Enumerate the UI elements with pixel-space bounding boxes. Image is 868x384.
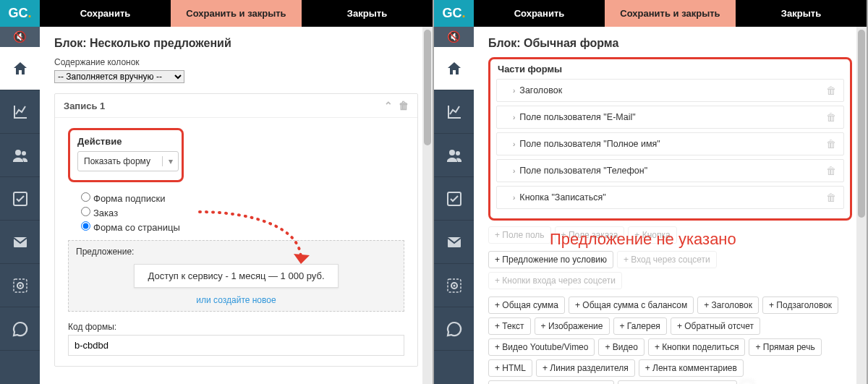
action-value: Показать форму xyxy=(78,156,162,166)
radio-from-page[interactable]: Форма со страницы xyxy=(81,221,404,233)
form-part-item[interactable]: ›Поле пользователя "Полное имя"🗑 xyxy=(496,132,844,155)
form-part-item[interactable]: ›Заголовок🗑 xyxy=(496,79,844,102)
part-label: Поле пользователя "E-Mail" xyxy=(519,112,635,122)
scroll-thumb[interactable] xyxy=(424,30,431,145)
check-icon xyxy=(446,190,463,208)
mute-row[interactable]: 🔇 xyxy=(0,27,40,47)
sidebar-item-chart[interactable] xyxy=(0,90,40,134)
add-chip[interactable]: + Предложение по условию xyxy=(488,251,613,268)
save-close-button[interactable]: Сохранить и закрыть xyxy=(171,0,302,27)
sidebar-item-chat[interactable] xyxy=(434,307,474,351)
sidebar-item-home[interactable] xyxy=(434,47,474,90)
sidebar-item-settings[interactable] xyxy=(434,264,474,307)
radio-order-label: Заказ xyxy=(93,208,118,218)
users-icon xyxy=(12,147,29,164)
add-chip[interactable]: + Вход через соцсети xyxy=(617,251,717,268)
add-chip[interactable]: + Общая сумма с балансом xyxy=(569,296,694,314)
sidebar-item-chart[interactable] xyxy=(434,90,474,134)
form-part-item[interactable]: ›Кнопка "Записаться"🗑 xyxy=(496,186,844,209)
add-chip[interactable]: + Обратный отсчет xyxy=(671,317,760,335)
add-chip[interactable]: + Изображение xyxy=(535,317,610,335)
chart-icon xyxy=(12,103,29,121)
add-chip[interactable]: + Лента комментариев - чат xyxy=(488,380,614,384)
volume-off-icon: 🔇 xyxy=(447,30,461,43)
save-button[interactable]: Сохранить xyxy=(40,0,171,27)
save-button[interactable]: Сохранить xyxy=(474,0,605,27)
sidebar-item-check[interactable] xyxy=(0,177,40,221)
add-chip[interactable]: + Видео Youtube/Vimeo xyxy=(488,338,595,356)
trash-icon[interactable]: 🗑 xyxy=(826,165,836,176)
add-chip[interactable]: + Кнопки поделиться xyxy=(648,338,746,356)
mail-icon xyxy=(446,234,463,251)
save-close-button[interactable]: Сохранить и закрыть xyxy=(605,0,736,27)
check-icon xyxy=(12,190,29,208)
sidebar-item-check[interactable] xyxy=(434,177,474,221)
trash-icon[interactable]: 🗑 xyxy=(826,138,836,150)
radio-order[interactable]: Заказ xyxy=(81,207,404,218)
sidebar-item-users[interactable] xyxy=(434,134,474,177)
mute-row[interactable]: 🔇 xyxy=(434,27,474,47)
create-new-link[interactable]: или создайте новое xyxy=(76,295,396,305)
form-part-item[interactable]: ›Поле пользователя "Телефон"🗑 xyxy=(496,159,844,182)
add-chip[interactable]: + Видео xyxy=(598,338,644,356)
add-chip[interactable]: + Комментарии ВКонтакте xyxy=(618,380,737,384)
scroll-thumb[interactable] xyxy=(858,30,865,218)
radio-subscribe[interactable]: Форма подписки xyxy=(81,192,404,204)
logo: GC. xyxy=(0,0,40,27)
record-box: Запись 1 ⌃ 🗑 Действие Показать форму ▾ xyxy=(54,93,418,367)
trash-icon[interactable]: 🗑 xyxy=(399,100,409,111)
code-input[interactable] xyxy=(68,335,404,356)
radio-order-input[interactable] xyxy=(81,207,90,216)
add-chip[interactable]: + HTML xyxy=(488,359,532,377)
add-chip[interactable]: + Галерея xyxy=(613,317,667,335)
sidebar-item-mail[interactable] xyxy=(434,221,474,264)
add-chip[interactable]: + Заголовок xyxy=(697,296,759,314)
trash-icon[interactable]: 🗑 xyxy=(826,85,836,96)
trash-icon[interactable]: 🗑 xyxy=(826,192,836,203)
topbar: Сохранить Сохранить и закрыть Закрыть xyxy=(40,0,433,27)
logo-g: G xyxy=(8,6,18,21)
add-chip[interactable]: + Лента комментариев xyxy=(639,359,744,377)
add-chip[interactable]: + Линия разделителя xyxy=(536,359,635,377)
close-button[interactable]: Закрыть xyxy=(736,0,867,27)
add-chip[interactable]: + Подзаголовок xyxy=(762,296,838,314)
sidebar-item-mail[interactable] xyxy=(0,221,40,264)
trash-icon[interactable]: 🗑 xyxy=(826,111,836,123)
record-head[interactable]: Запись 1 ⌃ 🗑 xyxy=(55,94,417,118)
fill-select[interactable]: -- Заполняется вручную -- xyxy=(54,70,184,83)
add-chip[interactable]: + Прямая речь xyxy=(749,338,821,356)
logo: GC. xyxy=(434,0,474,27)
chevron-right-icon: › xyxy=(513,140,515,148)
chevron-right-icon: › xyxy=(513,167,515,175)
sidebar-item-settings[interactable] xyxy=(0,264,40,307)
add-chip[interactable] xyxy=(741,380,754,384)
svg-point-8 xyxy=(456,151,460,155)
radio-from-page-label: Форма со страницы xyxy=(93,222,180,233)
radio-subscribe-input[interactable] xyxy=(81,192,90,202)
svg-point-1 xyxy=(22,151,26,155)
offer-value[interactable]: Доступ к сервису - 1 месяц — 1 000 руб. xyxy=(134,264,338,288)
scrollbar[interactable] xyxy=(856,27,867,384)
gear-icon xyxy=(12,277,29,294)
part-label: Заголовок xyxy=(519,85,562,95)
add-chip[interactable]: + Общая сумма xyxy=(488,296,565,314)
sidebar-item-users[interactable] xyxy=(0,134,40,177)
sidebar-item-chat[interactable] xyxy=(0,307,40,351)
collapse-icon[interactable]: ⌃ xyxy=(384,100,393,111)
svg-point-13 xyxy=(453,284,455,286)
parts-list: ›Заголовок🗑›Поле пользователя "E-Mail"🗑›… xyxy=(496,79,844,209)
add-chip[interactable]: + Поле поль xyxy=(488,226,551,244)
offer-block: Предложение: Доступ к сервису - 1 месяц … xyxy=(68,240,404,312)
error-overlay-text: Предложение не указано xyxy=(550,230,736,249)
action-select[interactable]: Показать форму ▾ xyxy=(77,151,179,171)
scrollbar[interactable] xyxy=(422,27,433,384)
radio-from-page-input[interactable] xyxy=(81,221,90,231)
close-button[interactable]: Закрыть xyxy=(302,0,433,27)
form-part-item[interactable]: ›Поле пользователя "E-Mail"🗑 xyxy=(496,106,844,129)
dropdown-arrow-icon[interactable]: ▾ xyxy=(162,156,178,166)
add-chip[interactable]: + Текст xyxy=(488,317,531,335)
action-label: Действие xyxy=(77,136,174,147)
gear-icon xyxy=(446,277,463,294)
add-chip[interactable]: + Кнопки входа через соцсети xyxy=(488,272,622,289)
sidebar-item-home[interactable] xyxy=(0,47,40,90)
